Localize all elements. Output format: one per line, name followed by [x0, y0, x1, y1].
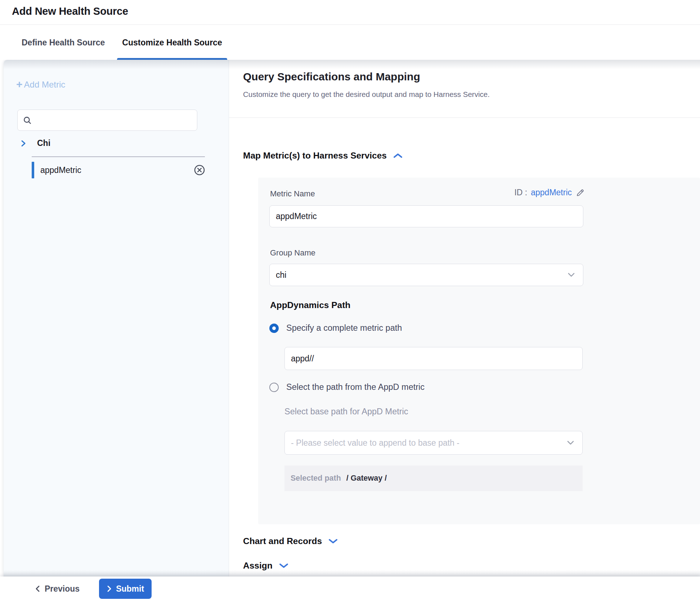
add-metric-label: Add Metric — [24, 80, 66, 90]
appdynamics-path-label: AppDynamics Path — [270, 300, 350, 310]
assign-title: Assign — [243, 561, 273, 571]
main-panel: Query Specifications and Mapping Customi… — [229, 60, 700, 576]
chevron-right-icon[interactable] — [20, 139, 27, 147]
tab-customize-health-source[interactable]: Customize Health Source — [117, 25, 227, 60]
chevron-down-icon[interactable] — [328, 538, 338, 544]
id-value-link[interactable]: appdMetric — [531, 188, 572, 197]
assign-section-header[interactable]: Assign — [243, 561, 288, 571]
map-metrics-section-header[interactable]: Map Metric(s) to Harness Services — [243, 151, 403, 161]
edit-pencil-icon[interactable] — [575, 188, 585, 197]
chevron-left-icon — [35, 585, 40, 593]
search-input[interactable] — [36, 116, 192, 125]
divider — [229, 117, 700, 118]
selected-path-label: Selected path — [291, 474, 341, 483]
selected-path-row: Selected path / Gateway / — [284, 466, 583, 491]
metric-list-item[interactable]: appdMetric — [32, 161, 205, 179]
dialog-body: + Add Metric Chi appdMetric — [4, 60, 700, 576]
radio-select-appd-path[interactable]: Select the path from the AppD metric — [269, 382, 425, 392]
chevron-down-icon — [567, 272, 575, 277]
tab-bar: Define Health Source Customize Health So… — [0, 25, 700, 60]
sidebar: + Add Metric Chi appdMetric — [4, 60, 229, 576]
previous-label: Previous — [45, 584, 80, 594]
previous-button[interactable]: Previous — [35, 584, 80, 594]
search-icon — [23, 116, 32, 125]
tree-divider — [32, 156, 205, 157]
map-metrics-section-title: Map Metric(s) to Harness Services — [243, 151, 387, 161]
base-path-label: Select base path for AppD Metric — [284, 407, 408, 417]
chevron-down-icon — [567, 440, 574, 445]
tab-define-health-source[interactable]: Define Health Source — [17, 25, 110, 60]
radio-complete-path-label: Specify a complete metric path — [286, 323, 402, 333]
id-label: ID : — [514, 188, 527, 197]
dialog-header: Add New Health Source — [0, 0, 700, 25]
metric-name-label: Metric Name — [270, 189, 315, 199]
chevron-up-icon[interactable] — [393, 152, 403, 159]
radio-complete-metric-path[interactable]: Specify a complete metric path — [269, 323, 402, 333]
metric-group-label: Chi — [37, 138, 50, 148]
metric-id-group: ID : appdMetric — [514, 188, 585, 197]
section-title: Query Specifications and Mapping — [243, 71, 420, 83]
footer-bar: Previous Submit — [0, 576, 700, 601]
base-path-select[interactable]: - Please select value to append to base … — [284, 431, 583, 455]
metric-group-row[interactable]: Chi — [20, 138, 50, 148]
add-metric-button[interactable]: + Add Metric — [16, 79, 65, 90]
chart-records-title: Chart and Records — [243, 536, 322, 546]
group-name-label: Group Name — [270, 248, 315, 258]
map-metrics-panel: Metric Name ID : appdMetric Group Name c… — [258, 178, 700, 524]
selected-indicator-bar — [32, 162, 34, 178]
metric-search-box[interactable] — [17, 110, 197, 131]
plus-icon: + — [16, 79, 23, 90]
group-name-select[interactable]: chi — [269, 264, 583, 286]
submit-label: Submit — [116, 584, 144, 594]
chevron-right-icon — [107, 585, 112, 593]
page-title: Add New Health Source — [0, 0, 700, 17]
remove-metric-icon[interactable] — [194, 164, 205, 176]
section-subtitle: Customize the query to get the desired o… — [243, 90, 490, 99]
complete-metric-path-input[interactable] — [284, 347, 583, 370]
submit-button[interactable]: Submit — [99, 579, 152, 599]
metric-item-label: appdMetric — [40, 165, 194, 175]
group-name-value: chi — [276, 270, 286, 280]
chevron-down-icon[interactable] — [279, 562, 288, 569]
radio-selected-icon[interactable] — [269, 324, 279, 333]
radio-unselected-icon[interactable] — [269, 383, 279, 392]
metric-name-input[interactable] — [269, 205, 583, 227]
radio-select-path-label: Select the path from the AppD metric — [286, 382, 425, 392]
chart-records-section-header[interactable]: Chart and Records — [243, 536, 338, 546]
base-path-placeholder: - Please select value to append to base … — [291, 438, 459, 448]
selected-path-value: / Gateway / — [346, 474, 387, 483]
